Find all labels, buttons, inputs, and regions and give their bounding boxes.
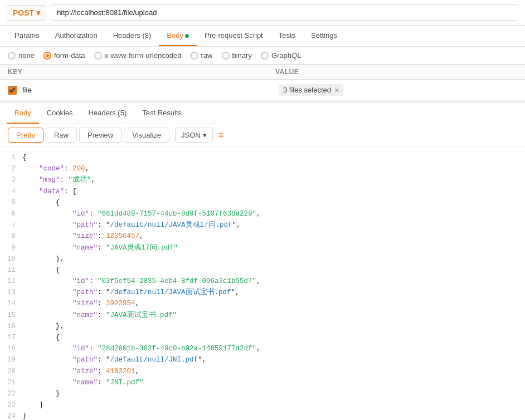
resp-tab-headers-(5)[interactable]: Headers (5) [81, 103, 135, 124]
code-line: 14 "size": 3923954, [0, 298, 525, 309]
req-tab-settings[interactable]: Settings [303, 26, 345, 46]
code-line: 13 "path": "/default/null/JAVA面试宝书.pdf", [0, 287, 525, 298]
url-bar: POST ▾ [0, 0, 525, 26]
line-content: "id": "661dd489-7157-44cb-8d9f-5107f638a… [22, 208, 525, 219]
val-col-header: VALUE [275, 68, 517, 76]
line-content: { [22, 197, 525, 208]
filter-icon[interactable]: ≡ [218, 130, 223, 140]
line-number: 17 [0, 332, 22, 343]
resp-tab-body[interactable]: Body [7, 103, 39, 124]
resp-tab-test-results[interactable]: Test Results [134, 103, 189, 124]
body-type-binary[interactable]: binary [222, 51, 252, 60]
code-line: 21 "name": "JNI.pdf" [0, 377, 525, 388]
code-line: 23 ] [0, 399, 525, 411]
code-line: 8 "size": 12056457, [0, 231, 525, 242]
kv-checkbox[interactable] [8, 86, 17, 95]
radio-label: binary [232, 51, 252, 60]
radio-label: GraphQL [271, 51, 301, 60]
req-tab-authorization[interactable]: Authorization [47, 26, 105, 46]
format-select-chevron-icon: ▾ [203, 131, 207, 139]
line-number: 3 [0, 174, 22, 185]
line-number: 19 [0, 354, 22, 365]
line-number: 22 [0, 388, 22, 399]
line-number: 18 [0, 343, 22, 354]
line-content: "path": "/default/null/JAVA面试宝书.pdf", [22, 287, 525, 298]
code-line: 12 "id": "03f5ef54-2835-4eb4-8fdf-096a3c… [0, 276, 525, 287]
fmt-btn-raw[interactable]: Raw [46, 128, 77, 143]
line-content: "name": "JAVA面试宝书.pdf" [22, 310, 525, 321]
radio-circle [222, 52, 230, 60]
line-number: 10 [0, 253, 22, 265]
line-content: { [22, 332, 525, 343]
line-content: "id": "28d2601b-362f-49c0-b92a-14659177d… [22, 343, 525, 354]
line-number: 14 [0, 298, 22, 309]
radio-label: x-www-form-urlencoded [105, 51, 182, 60]
code-line: 3 "msg": "成功", [0, 174, 525, 185]
code-line: 4 "data": [ [0, 186, 525, 197]
radio-circle [43, 52, 51, 60]
radio-circle [94, 52, 102, 60]
line-number: 5 [0, 197, 22, 208]
line-content: "path": "/default/null/JNI.pdf", [22, 354, 525, 365]
code-line: 19 "path": "/default/null/JNI.pdf", [0, 354, 525, 365]
line-content: "data": [ [22, 186, 525, 197]
code-line: 10 }, [0, 253, 525, 265]
body-type-raw[interactable]: raw [191, 51, 213, 60]
code-area: 1{2 "code": 200,3 "msg": "成功",4 "data": … [0, 146, 525, 420]
format-select[interactable]: JSON ▾ [175, 128, 213, 143]
body-type-row: noneform-datax-www-form-urlencodedrawbin… [0, 47, 525, 65]
line-number: 9 [0, 242, 22, 253]
url-input[interactable] [51, 4, 518, 21]
line-number: 21 [0, 377, 22, 388]
method-label: POST [13, 8, 34, 17]
line-content: "size": 4183201, [22, 366, 525, 377]
line-content: }, [22, 253, 525, 265]
code-line: 22 } [0, 388, 525, 399]
key-col-header: KEY [8, 68, 275, 76]
response-tabs: BodyCookiesHeaders (5)Test Results [0, 103, 525, 124]
line-content: { [22, 265, 525, 276]
line-content: } [22, 411, 525, 420]
code-line: 7 "path": "/default/null/JAVA灵魂17问.pdf", [0, 219, 525, 231]
fmt-btn-visualize[interactable]: Visualize [124, 128, 169, 143]
line-content: "msg": "成功", [22, 174, 525, 185]
files-selected-text: 3 files selected [283, 86, 331, 94]
line-number: 20 [0, 366, 22, 377]
body-type-x-www-form-urlencoded[interactable]: x-www-form-urlencoded [94, 51, 182, 60]
code-line: 9 "name": "JAVA灵魂17问.pdf" [0, 242, 525, 253]
line-number: 24 [0, 411, 22, 420]
line-number: 8 [0, 231, 22, 242]
line-number: 11 [0, 265, 22, 276]
code-line: 5 { [0, 197, 525, 208]
fmt-btn-pretty[interactable]: Pretty [8, 128, 43, 143]
req-tab-body[interactable]: Body [159, 26, 197, 46]
code-line: 17 { [0, 332, 525, 343]
line-number: 1 [0, 152, 22, 163]
kv-row: file3 files selected× [0, 80, 525, 101]
code-line: 24} [0, 411, 525, 420]
radio-circle [261, 52, 269, 60]
kv-key: file [22, 86, 279, 94]
line-number: 13 [0, 287, 22, 298]
body-type-form-data[interactable]: form-data [43, 51, 85, 60]
line-content: "name": "JAVA灵魂17问.pdf" [22, 242, 525, 253]
method-select[interactable]: POST ▾ [7, 5, 46, 21]
line-content: "path": "/default/null/JAVA灵魂17问.pdf", [22, 219, 525, 231]
line-content: "id": "03f5ef54-2835-4eb4-8fdf-096a3c1b5… [22, 276, 525, 287]
req-tab-headers-(8)[interactable]: Headers (8) [105, 26, 159, 46]
req-tab-pre-request-script[interactable]: Pre-request Script [197, 26, 271, 46]
code-line: 11 { [0, 265, 525, 276]
radio-label: form-data [54, 51, 85, 60]
req-tab-params[interactable]: Params [7, 26, 47, 46]
body-type-none[interactable]: none [8, 51, 35, 60]
kv-header: KEY VALUE [0, 65, 525, 80]
line-content: }, [22, 321, 525, 332]
fmt-btn-preview[interactable]: Preview [79, 128, 121, 143]
resp-tab-cookies[interactable]: Cookies [39, 103, 81, 124]
line-number: 16 [0, 321, 22, 332]
code-line: 18 "id": "28d2601b-362f-49c0-b92a-146591… [0, 343, 525, 354]
code-line: 6 "id": "661dd489-7157-44cb-8d9f-5107f63… [0, 208, 525, 219]
close-files-icon[interactable]: × [334, 86, 339, 94]
body-type-GraphQL[interactable]: GraphQL [261, 51, 301, 60]
req-tab-tests[interactable]: Tests [271, 26, 303, 46]
